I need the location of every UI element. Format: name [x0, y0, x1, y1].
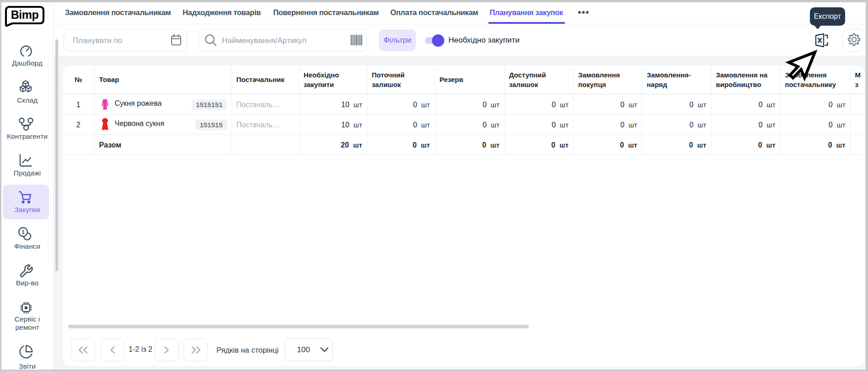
- svg-text:Bimp: Bimp: [11, 8, 39, 21]
- svg-text:1: 1: [22, 229, 25, 235]
